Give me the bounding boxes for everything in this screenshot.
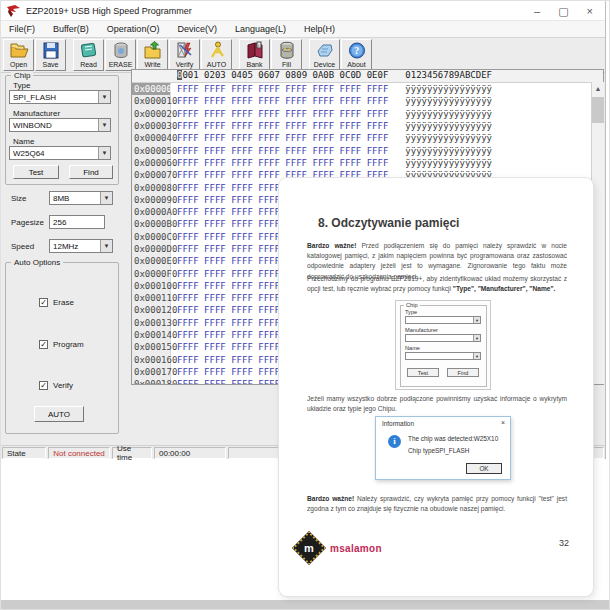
logo-text: msalamon	[330, 543, 382, 554]
manufacturer-combobox[interactable]: WINBOND ▼	[9, 118, 111, 132]
chip-group-label: Chip	[11, 71, 33, 80]
doc-paragraph-2: Przechodzimy do programu EZP2019+, aby z…	[307, 274, 567, 294]
about-question-icon: ?	[347, 41, 367, 60]
maximize-button[interactable]: ▢	[558, 1, 568, 21]
manufacturer-label: Manufacturer	[13, 109, 60, 118]
close-button[interactable]: ×	[587, 1, 593, 21]
write-button[interactable]: Write	[137, 39, 168, 71]
chevron-down-icon: ▼	[473, 353, 480, 359]
hex-row[interactable]: 0x000000FFFF FFFF FFFF FFFF FFFF FFFF FF…	[132, 83, 603, 95]
find-button[interactable]: Find	[69, 165, 113, 179]
scroll-up-icon[interactable]: ▲	[592, 82, 604, 96]
hex-row-ascii[interactable]: ÿÿÿÿÿÿÿÿÿÿÿÿÿÿÿÿ	[388, 109, 492, 119]
hex-row[interactable]: 0x000010FFFF FFFF FFFF FFFF FFFF FFFF FF…	[132, 95, 603, 107]
auto-button-toolbar[interactable]: AUTO	[201, 39, 232, 71]
doc-dialog-line1: The chip was detected:W25X10	[408, 435, 498, 442]
pagesize-input[interactable]: 256	[49, 215, 105, 229]
erase-checkbox[interactable]: ✓ Erase	[39, 298, 74, 307]
hex-row[interactable]: 0x000050FFFF FFFF FFFF FFFF FFFF FFFF FF…	[132, 144, 603, 156]
hex-row-address: 0x000180	[132, 378, 171, 385]
erase-button[interactable]: ERASE	[105, 39, 136, 71]
page-number: 32	[559, 538, 569, 548]
chevron-down-icon[interactable]: ▼	[100, 240, 112, 252]
menu-language[interactable]: Language(L)	[233, 23, 288, 35]
hex-row-bytes[interactable]: FFFF FFFF FFFF FFFF FFFF FFFF FFFF FFFF	[171, 158, 388, 168]
chevron-down-icon[interactable]: ▼	[98, 119, 110, 131]
hex-row-address: 0x000010	[132, 95, 171, 107]
info-icon: i	[388, 435, 401, 448]
hex-row-address: 0x0000B0	[132, 218, 171, 230]
chevron-down-icon[interactable]: ▼	[98, 147, 110, 159]
hex-row-ascii[interactable]: ÿÿÿÿÿÿÿÿÿÿÿÿÿÿÿÿ	[388, 96, 492, 106]
hex-row-ascii[interactable]: ÿÿÿÿÿÿÿÿÿÿÿÿÿÿÿÿ	[388, 158, 492, 168]
close-icon: ×	[501, 419, 505, 426]
hex-row-address: 0x000150	[132, 341, 171, 353]
speed-label: Speed	[11, 242, 34, 251]
name-combobox[interactable]: W25Q64 ▼	[9, 146, 111, 160]
menu-device[interactable]: Device(V)	[175, 23, 219, 35]
bank-button[interactable]: i Bank	[239, 39, 270, 71]
verify-button[interactable]: Verify	[169, 39, 200, 71]
auto-run-button[interactable]: AUTO	[34, 406, 84, 422]
connection-status: Not connected	[48, 447, 110, 459]
hex-row-address: 0x000050	[132, 144, 171, 156]
menu-file[interactable]: File(F)	[7, 23, 37, 35]
hex-row-bytes[interactable]: FFFF FFFF FFFF FFFF FFFF FFFF FFFF FFFF	[171, 121, 388, 131]
doc-chip-name-combo: ▼	[405, 352, 481, 360]
doc-info-dialog: Information × i The chip was detected:W2…	[375, 416, 511, 480]
doc-chip-manufacturer-label: Manufacturer	[405, 327, 438, 333]
program-checkbox[interactable]: ✓ Program	[39, 340, 84, 349]
hex-row-ascii[interactable]: ÿÿÿÿÿÿÿÿÿÿÿÿÿÿÿÿ	[388, 121, 492, 131]
save-floppy-icon	[41, 41, 61, 60]
erase-cylinder-icon	[111, 41, 131, 60]
type-label: Type	[13, 81, 30, 90]
doc-chip-type-label: Type	[405, 309, 417, 315]
doc-paragraph-3: Jeżeli mamy wszystko dobrze podłączone p…	[307, 394, 567, 414]
hex-row-address: 0x0000A0	[132, 206, 171, 218]
device-button[interactable]: Device	[309, 39, 340, 71]
chevron-down-icon[interactable]: ▼	[98, 91, 110, 103]
hex-row[interactable]: 0x000020FFFF FFFF FFFF FFFF FFFF FFFF FF…	[132, 108, 603, 120]
type-combobox[interactable]: SPI_FLASH ▼	[9, 90, 111, 104]
size-combobox[interactable]: 8MB ▼	[49, 191, 113, 205]
hex-row-ascii[interactable]: ÿÿÿÿÿÿÿÿÿÿÿÿÿÿÿÿ	[388, 146, 492, 156]
menu-operation[interactable]: Operation(O)	[105, 23, 162, 35]
use-time-value: 00:00:00	[154, 447, 226, 459]
hex-row[interactable]: 0x000040FFFF FFFF FFFF FFFF FFFF FFFF FF…	[132, 132, 603, 144]
verify-checkbox[interactable]: ✓ Verify	[39, 381, 73, 390]
chevron-down-icon: ▼	[473, 317, 480, 323]
hex-row-address: 0x0000C0	[132, 231, 171, 243]
hex-row-ascii[interactable]: ÿÿÿÿÿÿÿÿÿÿÿÿÿÿÿÿ	[388, 84, 492, 94]
read-button[interactable]: Read	[73, 39, 104, 71]
speed-combobox[interactable]: 12MHz ▼	[49, 239, 113, 253]
hex-row[interactable]: 0x000030FFFF FFFF FFFF FFFF FFFF FFFF FF…	[132, 120, 603, 132]
window-title: EZP2019+ USB High Speed Programmer	[26, 6, 192, 16]
open-button[interactable]: Open	[3, 39, 34, 71]
menu-buffer[interactable]: Buffer(B)	[51, 23, 91, 35]
menu-bar: File(F) Buffer(B) Operation(O) Device(V)…	[1, 21, 605, 38]
minimize-button[interactable]: –	[534, 1, 540, 21]
chevron-down-icon[interactable]: ▼	[100, 192, 112, 204]
hex-row-bytes[interactable]: FFFF FFFF FFFF FFFF FFFF FFFF FFFF FFFF	[171, 146, 388, 156]
hex-row-bytes[interactable]: FFFF FFFF FFFF FFFF FFFF FFFF FFFF FFFF	[171, 96, 388, 106]
app-logo-icon	[7, 5, 20, 17]
scrollbar-thumb[interactable]	[592, 97, 604, 123]
hex-row-bytes[interactable]: FFFF FFFF FFFF FFFF FFFF FFFF FFFF FFFF	[171, 109, 388, 119]
hex-row-bytes[interactable]: FFFF FFFF FFFF FFFF FFFF FFFF FFFF FFFF	[171, 133, 388, 143]
bottom-strip	[1, 600, 610, 610]
fill-button[interactable]: Fill	[271, 39, 302, 71]
hex-row-address: 0x000040	[132, 132, 171, 144]
hex-row-address: 0x000100	[132, 280, 171, 292]
hex-row-address: 0x0000F0	[132, 267, 171, 279]
doc-ok-button: OK	[466, 463, 502, 474]
hex-row-ascii[interactable]: ÿÿÿÿÿÿÿÿÿÿÿÿÿÿÿÿ	[388, 133, 492, 143]
doc-dialog-title: Information	[382, 420, 414, 427]
menu-help[interactable]: Help(H)	[302, 23, 337, 35]
test-button[interactable]: Test	[13, 165, 59, 179]
hex-row[interactable]: 0x000060FFFF FFFF FFFF FFFF FFFF FFFF FF…	[132, 157, 603, 169]
hex-row-bytes[interactable]: FFFF FFFF FFFF FFFF FFFF FFFF FFFF FFFF	[171, 84, 388, 94]
toolbar: Open Save Read ERASE Write Verify AUTO	[1, 38, 605, 73]
manual-page-overlay: 8. Odczytywanie pamięci Bardzo ważne! Pr…	[279, 178, 593, 596]
save-button[interactable]: Save	[35, 39, 66, 71]
about-button[interactable]: ? About	[341, 39, 372, 71]
